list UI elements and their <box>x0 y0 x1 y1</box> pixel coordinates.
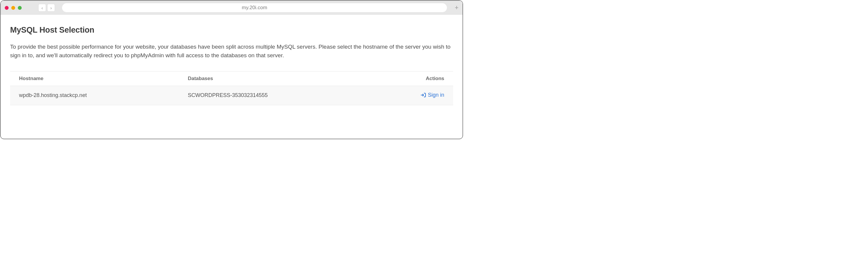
sign-in-link[interactable]: Sign in <box>421 92 444 98</box>
page-description: To provide the best possible performance… <box>10 42 453 60</box>
url-text: my.20i.com <box>242 5 267 11</box>
table-row: wpdb-28.hosting.stackcp.net SCWORDPRESS-… <box>10 86 453 105</box>
browser-window: ‹ › my.20i.com + MySQL Host Selection To… <box>0 0 463 139</box>
new-tab-button[interactable]: + <box>455 4 459 11</box>
cell-hostname: wpdb-28.hosting.stackcp.net <box>10 86 179 105</box>
page-content: MySQL Host Selection To provide the best… <box>1 15 463 105</box>
sign-in-label: Sign in <box>428 92 444 98</box>
back-button[interactable]: ‹ <box>38 4 46 11</box>
minimize-window-button[interactable] <box>11 6 15 10</box>
forward-button[interactable]: › <box>47 4 55 11</box>
chevron-left-icon: ‹ <box>41 5 43 10</box>
plus-icon: + <box>455 4 459 11</box>
cell-databases: SCWORDPRESS-353032314555 <box>179 86 371 105</box>
col-actions: Actions <box>372 71 453 86</box>
sign-in-icon <box>421 92 426 98</box>
col-hostname: Hostname <box>10 71 179 86</box>
page-title: MySQL Host Selection <box>10 26 453 35</box>
browser-toolbar: ‹ › my.20i.com + <box>1 1 463 15</box>
table-header-row: Hostname Databases Actions <box>10 71 453 86</box>
cell-actions: Sign in <box>372 86 453 105</box>
close-window-button[interactable] <box>5 6 9 10</box>
nav-buttons: ‹ › <box>38 4 55 11</box>
host-table: Hostname Databases Actions wpdb-28.hosti… <box>10 71 453 105</box>
col-databases: Databases <box>179 71 371 86</box>
address-bar[interactable]: my.20i.com <box>62 3 447 12</box>
window-controls <box>5 6 22 10</box>
maximize-window-button[interactable] <box>18 6 22 10</box>
chevron-right-icon: › <box>51 5 52 10</box>
